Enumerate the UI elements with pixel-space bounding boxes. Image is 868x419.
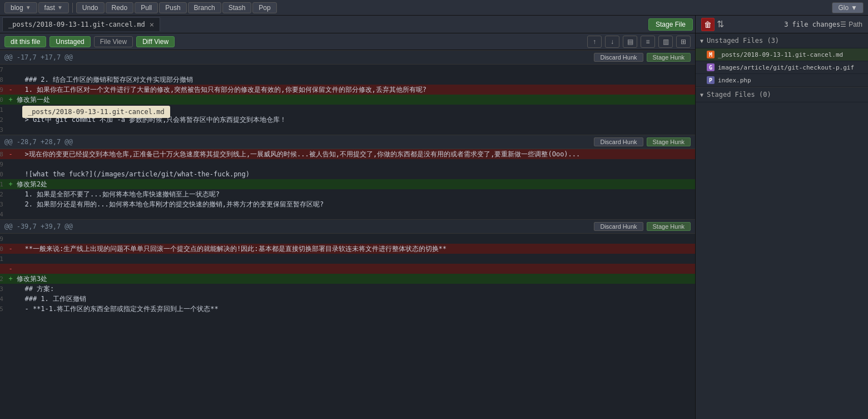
undo-button[interactable]: Undo (76, 2, 105, 13)
glo-label: Glo (838, 4, 849, 12)
stage-hunk-1-button[interactable]: Stage Hunk (647, 53, 691, 62)
glo-button[interactable]: Glo ▼ (832, 2, 864, 13)
editor-panel: _posts/2018-09-13-11.git-cancel.md × Sta… (0, 16, 696, 419)
diff-line: 21 ### 3. 暂存区撤销 (0, 105, 695, 115)
diff-line: 41 (0, 254, 695, 264)
diff-line: 45 - **1-1.将工作区的东西全部或指定文件丢弃回到上一个状态** (0, 304, 695, 314)
hunk-header-1: @@ -17,7 +17,7 @@ Discard Hunk Stage Hun… (0, 50, 695, 65)
hunk-header-2: @@ -28,7 +28,7 @@ Discard Hunk Stage Hun… (0, 135, 695, 149)
view-mode-3-button[interactable]: ▥ (658, 36, 673, 48)
hunk-buttons-2: Discard Hunk Stage Hunk (594, 137, 691, 146)
stage-file-button[interactable]: Stage File (648, 18, 693, 31)
path-icon: ☰ (840, 21, 846, 28)
staged-section-header[interactable]: ▼ Staged Files (0) (696, 87, 868, 102)
main-toolbar: blog ▼ fast ▼ Undo Redo Pull Push Branch… (0, 0, 868, 16)
stage-hunk-3-button[interactable]: Stage Hunk (647, 222, 691, 231)
delete-button[interactable]: 🗑 (701, 18, 715, 31)
close-tab-button[interactable]: × (150, 20, 154, 29)
blog-arrow: ▼ (26, 4, 31, 11)
discard-hunk-1-button[interactable]: Discard Hunk (594, 53, 643, 62)
file-view-button[interactable]: File View (94, 36, 133, 47)
scroll-up-button[interactable]: ↑ (587, 36, 602, 48)
stage-hunk-2-button[interactable]: Stage Hunk (647, 137, 691, 146)
diff-view-button[interactable]: Diff View (136, 36, 175, 47)
diff-line: 29 (0, 159, 695, 169)
file-icon-md: M (707, 51, 715, 58)
discard-hunk-2-button[interactable]: Discard Hunk (594, 137, 643, 146)
diff-content[interactable]: @@ -17,7 +17,7 @@ Discard Hunk Stage Hun… (0, 50, 695, 419)
redo-button[interactable]: Redo (106, 2, 134, 13)
sort-button[interactable]: ⇅ (715, 19, 726, 29)
unstaged-chevron: ▼ (700, 38, 703, 44)
diff-line: 17 (0, 65, 695, 75)
diff-line: 18 ### 2. 结合工作区的撤销和暂存区对文件实现部分撤销 (0, 75, 695, 85)
hunk-buttons-1: Discard Hunk Stage Hunk (594, 53, 691, 62)
blog-label: blog (11, 4, 23, 12)
diff-line: 34 (0, 209, 695, 219)
file-tab[interactable]: _posts/2018-09-13-11.git-cancel.md × (2, 17, 160, 31)
stash-button[interactable]: Stash (222, 2, 252, 13)
staged-chevron: ▼ (700, 92, 703, 98)
pop-button[interactable]: Pop (252, 2, 276, 13)
diff-line: 23 (0, 125, 695, 135)
diff-line: 43 ## 方案: (0, 284, 695, 294)
hunk-header-3: @@ -39,7 +39,7 @@ Discard Hunk Stage Hun… (0, 219, 695, 234)
discard-hunk-3-button[interactable]: Discard Hunk (594, 222, 643, 231)
main-area: _posts/2018-09-13-11.git-cancel.md × Sta… (0, 16, 868, 419)
hunk-buttons-3: Discard Hunk Stage Hunk (594, 222, 691, 231)
unstaged-section-header[interactable]: ▼ Unstaged Files (3) (696, 33, 868, 48)
diff-line: 31 + 修改第2处 (0, 179, 695, 189)
diff-line: 30 ![what the fuck?](/images/article/git… (0, 169, 695, 179)
view-mode-2-button[interactable]: ≡ (641, 36, 655, 48)
file-item-gif[interactable]: G images/article/git/git-checkout-p.gif (696, 61, 868, 74)
file-tab-bar: _posts/2018-09-13-11.git-cancel.md × Sta… (0, 16, 695, 33)
path-button[interactable]: ☰ Path (840, 21, 862, 28)
file-icon-php: P (707, 76, 715, 84)
diff-line: 22 > Git中`git commit`不加`-a`参数的时候,只会将暂存区中… (0, 115, 695, 125)
staged-section: ▼ Staged Files (0) (696, 87, 868, 102)
file-tab-path: _posts/2018-09-13-11.git-cancel.md (8, 21, 145, 28)
file-icon-gif: G (707, 63, 715, 71)
sep1 (72, 3, 73, 13)
file-name-gif: images/article/git/git-checkout-p.gif (718, 64, 854, 71)
path-label: Path (849, 21, 862, 28)
changes-count: 3 file changes (784, 21, 840, 28)
unstaged-view-button[interactable]: Unstaged (49, 36, 90, 47)
staged-section-label: Staged Files (0) (707, 91, 771, 98)
blog-dropdown[interactable]: blog ▼ (4, 2, 37, 13)
diff-line: 39 (0, 234, 695, 244)
view-mode-1-button[interactable]: ▤ (623, 36, 637, 48)
diff-line: 32 1. 如果是全部不要了...如何将本地仓库快速撤销至上一状态呢? (0, 189, 695, 199)
hunk-label-3: @@ -39,7 +39,7 @@ (4, 223, 73, 230)
file-name-md: _posts/2018-09-13-11.git-cancel.md (718, 51, 843, 58)
view-mode-4-button[interactable]: ⊞ (676, 36, 691, 48)
fast-label: fast (44, 4, 55, 12)
branch-button[interactable]: Branch (188, 2, 221, 13)
file-item-md[interactable]: M _posts/2018-09-13-11.git-cancel.md (696, 48, 868, 61)
right-panel-header: 🗑 ⇅ 3 file changes ☰ Path (696, 16, 868, 33)
repo-group: blog ▼ fast ▼ (4, 2, 69, 13)
diff-line: - (0, 264, 695, 274)
right-panel: 🗑 ⇅ 3 file changes ☰ Path ▼ Unstaged Fil… (696, 16, 868, 419)
diff-line: 33 2. 如果部分还是有用的...如何将本地仓库刚才的提交快速的撤销,并将方才… (0, 199, 695, 209)
diff-line: 44 ### 1. 工作区撤销 (0, 294, 695, 304)
unstaged-section-label: Unstaged Files (3) (707, 37, 779, 45)
hunk-label-1: @@ -17,7 +17,7 @@ (4, 53, 73, 61)
diff-line: 42 + 修改第3处 (0, 274, 695, 284)
scroll-down-button[interactable]: ↓ (605, 36, 619, 48)
pull-button[interactable]: Pull (135, 2, 158, 13)
hunk-label-2: @@ -28,7 +28,7 @@ (4, 138, 73, 146)
push-button[interactable]: Push (159, 2, 186, 13)
git-actions: Undo Redo Pull Push Branch Stash Pop (76, 2, 277, 13)
diff-line: 20 + 修改第一处 _posts/2018-09-13-11.git-canc… (0, 95, 695, 105)
fast-dropdown[interactable]: fast ▼ (38, 2, 69, 13)
diff-line: 19 - 1. 如果你在工作区对一个文件进行了大量的修改,突然被告知只有部分的修… (0, 85, 695, 95)
edit-file-button[interactable]: dit this file (4, 36, 46, 47)
file-name-php: index.php (718, 77, 751, 84)
edit-toolbar: dit this file Unstaged File View Diff Vi… (0, 33, 695, 50)
diff-line: 28 - >现在你的变更已经提交到本地仓库,正准备已十万火急速度将其提交到线上,… (0, 149, 695, 159)
glo-arrow: ▼ (851, 4, 857, 12)
fast-arrow: ▼ (57, 4, 63, 11)
files-section[interactable]: ▼ Unstaged Files (3) M _posts/2018-09-13… (696, 33, 868, 419)
file-item-php[interactable]: P index.php (696, 74, 868, 87)
